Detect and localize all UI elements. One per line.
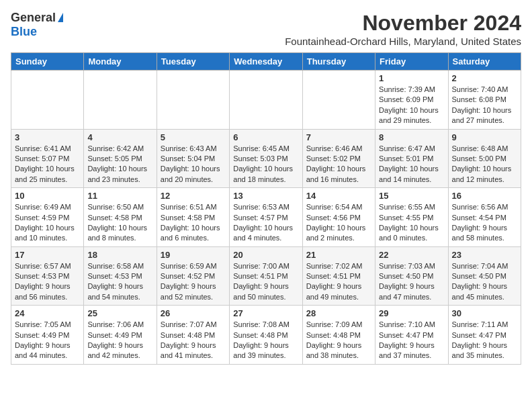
day-number: 2 — [452, 73, 517, 83]
day-number: 29 — [379, 308, 444, 318]
day-number: 28 — [306, 308, 371, 318]
day-info: Sunrise: 7:39 AM Sunset: 6:09 PM Dayligh… — [379, 85, 444, 126]
day-info: Sunrise: 6:59 AM Sunset: 4:52 PM Dayligh… — [161, 261, 226, 303]
day-number: 14 — [306, 191, 371, 201]
day-number: 13 — [233, 191, 298, 201]
day-info: Sunrise: 6:42 AM Sunset: 5:05 PM Dayligh… — [87, 144, 152, 185]
week-row-2: 3Sunrise: 6:41 AM Sunset: 5:07 PM Daylig… — [11, 129, 521, 188]
calendar-cell: 19Sunrise: 6:59 AM Sunset: 4:52 PM Dayli… — [157, 246, 229, 306]
location-title: Fountainhead-Orchard Hills, Maryland, Un… — [285, 36, 521, 47]
calendar-cell: 9Sunrise: 6:48 AM Sunset: 5:00 PM Daylig… — [448, 129, 521, 188]
day-info: Sunrise: 7:00 AM Sunset: 4:51 PM Dayligh… — [233, 261, 298, 303]
calendar-cell: 3Sunrise: 6:41 AM Sunset: 5:07 PM Daylig… — [11, 129, 84, 188]
day-info: Sunrise: 7:08 AM Sunset: 4:48 PM Dayligh… — [233, 320, 298, 361]
calendar-cell — [157, 71, 229, 130]
calendar-cell: 5Sunrise: 6:43 AM Sunset: 5:04 PM Daylig… — [157, 129, 229, 188]
calendar-cell: 14Sunrise: 6:54 AM Sunset: 4:56 PM Dayli… — [302, 188, 375, 247]
day-info: Sunrise: 6:46 AM Sunset: 5:02 PM Dayligh… — [306, 144, 371, 185]
day-number: 24 — [15, 308, 80, 318]
weekday-header-monday: Monday — [84, 53, 157, 71]
day-number: 22 — [379, 250, 444, 260]
calendar-cell: 13Sunrise: 6:53 AM Sunset: 4:57 PM Dayli… — [230, 188, 302, 247]
calendar-header-row: SundayMondayTuesdayWednesdayThursdayFrid… — [11, 53, 521, 71]
day-number: 6 — [233, 132, 298, 142]
day-number: 27 — [233, 308, 298, 318]
logo: General Blue — [11, 11, 63, 39]
day-number: 21 — [306, 250, 371, 260]
calendar-cell: 23Sunrise: 7:04 AM Sunset: 4:50 PM Dayli… — [448, 246, 521, 306]
day-number: 20 — [233, 250, 298, 260]
day-info: Sunrise: 7:11 AM Sunset: 4:47 PM Dayligh… — [452, 320, 517, 361]
logo-blue-text: Blue — [11, 25, 37, 39]
calendar-cell: 2Sunrise: 7:40 AM Sunset: 6:08 PM Daylig… — [448, 71, 521, 130]
day-number: 9 — [452, 132, 517, 142]
day-number: 15 — [379, 191, 444, 201]
calendar-cell — [230, 71, 302, 130]
calendar-cell: 15Sunrise: 6:55 AM Sunset: 4:55 PM Dayli… — [375, 188, 448, 247]
day-info: Sunrise: 7:40 AM Sunset: 6:08 PM Dayligh… — [452, 85, 517, 126]
calendar-cell — [302, 71, 375, 130]
calendar-cell: 12Sunrise: 6:51 AM Sunset: 4:58 PM Dayli… — [157, 188, 229, 247]
calendar-cell: 4Sunrise: 6:42 AM Sunset: 5:05 PM Daylig… — [84, 129, 157, 188]
logo-triangle-icon — [58, 13, 63, 22]
day-info: Sunrise: 6:48 AM Sunset: 5:00 PM Dayligh… — [452, 144, 517, 185]
day-info: Sunrise: 6:50 AM Sunset: 4:58 PM Dayligh… — [87, 202, 152, 244]
day-number: 16 — [452, 191, 517, 201]
calendar-cell: 29Sunrise: 7:10 AM Sunset: 4:47 PM Dayli… — [375, 306, 448, 365]
day-number: 10 — [15, 191, 80, 201]
day-number: 25 — [87, 308, 152, 318]
calendar-table: SundayMondayTuesdayWednesdayThursdayFrid… — [11, 52, 521, 365]
month-title: November 2024 — [285, 11, 521, 36]
calendar-cell: 8Sunrise: 6:47 AM Sunset: 5:01 PM Daylig… — [375, 129, 448, 188]
week-row-3: 10Sunrise: 6:49 AM Sunset: 4:59 PM Dayli… — [11, 188, 521, 247]
day-number: 19 — [161, 250, 226, 260]
day-info: Sunrise: 6:57 AM Sunset: 4:53 PM Dayligh… — [15, 261, 80, 303]
weekday-header-sunday: Sunday — [11, 53, 84, 71]
day-number: 12 — [161, 191, 226, 201]
day-info: Sunrise: 7:07 AM Sunset: 4:48 PM Dayligh… — [161, 320, 226, 361]
day-info: Sunrise: 7:06 AM Sunset: 4:49 PM Dayligh… — [87, 320, 152, 361]
calendar-cell: 30Sunrise: 7:11 AM Sunset: 4:47 PM Dayli… — [448, 306, 521, 365]
day-info: Sunrise: 6:51 AM Sunset: 4:58 PM Dayligh… — [161, 202, 226, 244]
day-number: 4 — [87, 132, 152, 142]
calendar-cell: 20Sunrise: 7:00 AM Sunset: 4:51 PM Dayli… — [230, 246, 302, 306]
calendar-cell: 24Sunrise: 7:05 AM Sunset: 4:49 PM Dayli… — [11, 306, 84, 365]
day-info: Sunrise: 6:43 AM Sunset: 5:04 PM Dayligh… — [161, 144, 226, 185]
logo-general-text: General — [11, 11, 56, 25]
weekday-header-thursday: Thursday — [302, 53, 375, 71]
week-row-4: 17Sunrise: 6:57 AM Sunset: 4:53 PM Dayli… — [11, 246, 521, 306]
day-number: 26 — [161, 308, 226, 318]
calendar-cell: 28Sunrise: 7:09 AM Sunset: 4:48 PM Dayli… — [302, 306, 375, 365]
week-row-5: 24Sunrise: 7:05 AM Sunset: 4:49 PM Dayli… — [11, 306, 521, 365]
weekday-header-tuesday: Tuesday — [157, 53, 229, 71]
day-info: Sunrise: 6:41 AM Sunset: 5:07 PM Dayligh… — [15, 144, 80, 185]
day-info: Sunrise: 6:56 AM Sunset: 4:54 PM Dayligh… — [452, 202, 517, 244]
day-info: Sunrise: 6:45 AM Sunset: 5:03 PM Dayligh… — [233, 144, 298, 185]
day-number: 1 — [379, 73, 444, 83]
day-info: Sunrise: 6:58 AM Sunset: 4:53 PM Dayligh… — [87, 261, 152, 303]
day-info: Sunrise: 7:05 AM Sunset: 4:49 PM Dayligh… — [15, 320, 80, 361]
weekday-header-wednesday: Wednesday — [230, 53, 302, 71]
calendar-cell: 16Sunrise: 6:56 AM Sunset: 4:54 PM Dayli… — [448, 188, 521, 247]
day-info: Sunrise: 6:55 AM Sunset: 4:55 PM Dayligh… — [379, 202, 444, 244]
day-number: 11 — [87, 191, 152, 201]
calendar-cell: 17Sunrise: 6:57 AM Sunset: 4:53 PM Dayli… — [11, 246, 84, 306]
calendar-cell: 11Sunrise: 6:50 AM Sunset: 4:58 PM Dayli… — [84, 188, 157, 247]
calendar-cell: 26Sunrise: 7:07 AM Sunset: 4:48 PM Dayli… — [157, 306, 229, 365]
calendar-cell: 25Sunrise: 7:06 AM Sunset: 4:49 PM Dayli… — [84, 306, 157, 365]
day-number: 17 — [15, 250, 80, 260]
day-number: 5 — [161, 132, 226, 142]
day-info: Sunrise: 7:04 AM Sunset: 4:50 PM Dayligh… — [452, 261, 517, 303]
day-info: Sunrise: 7:03 AM Sunset: 4:50 PM Dayligh… — [379, 261, 444, 303]
calendar-cell: 6Sunrise: 6:45 AM Sunset: 5:03 PM Daylig… — [230, 129, 302, 188]
day-info: Sunrise: 6:53 AM Sunset: 4:57 PM Dayligh… — [233, 202, 298, 244]
weekday-header-saturday: Saturday — [448, 53, 521, 71]
day-number: 18 — [87, 250, 152, 260]
day-number: 7 — [306, 132, 371, 142]
day-info: Sunrise: 7:10 AM Sunset: 4:47 PM Dayligh… — [379, 320, 444, 361]
calendar-cell: 22Sunrise: 7:03 AM Sunset: 4:50 PM Dayli… — [375, 246, 448, 306]
calendar-cell: 27Sunrise: 7:08 AM Sunset: 4:48 PM Dayli… — [230, 306, 302, 365]
calendar-cell: 7Sunrise: 6:46 AM Sunset: 5:02 PM Daylig… — [302, 129, 375, 188]
day-info: Sunrise: 6:54 AM Sunset: 4:56 PM Dayligh… — [306, 202, 371, 244]
day-number: 8 — [379, 132, 444, 142]
